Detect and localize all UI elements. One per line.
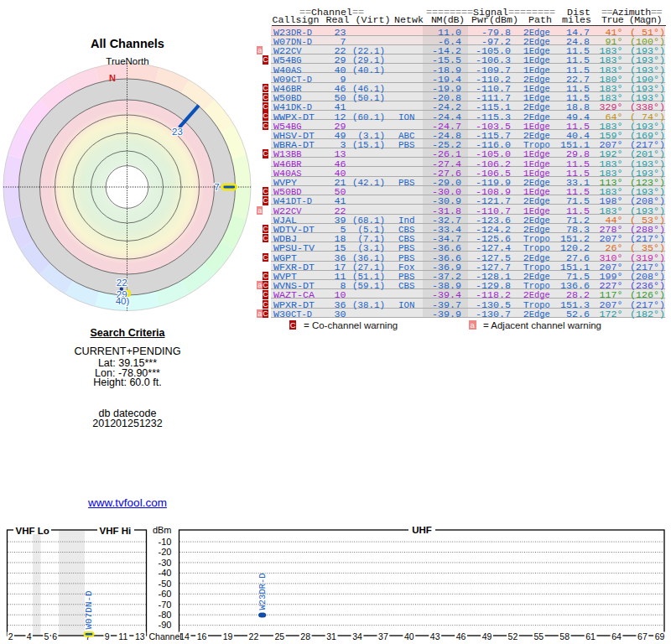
svg-text:40): 40) xyxy=(116,296,130,306)
svg-text:-30: -30 xyxy=(159,558,172,568)
svg-text:dBm: dBm xyxy=(153,525,172,535)
svg-text:25: 25 xyxy=(274,631,284,641)
svg-text:7: 7 xyxy=(214,182,219,192)
svg-text:28: 28 xyxy=(300,631,310,641)
svg-text:-50: -50 xyxy=(159,579,172,589)
svg-text:52: 52 xyxy=(508,631,518,641)
svg-text:43: 43 xyxy=(430,631,440,641)
svg-text:-80: -80 xyxy=(159,610,172,620)
svg-text:-90: -90 xyxy=(159,620,172,630)
svg-text:W07DN-D: W07DN-D xyxy=(84,590,94,630)
svg-text:4: 4 xyxy=(27,631,32,641)
svg-text:49: 49 xyxy=(482,631,492,641)
svg-text:-40: -40 xyxy=(159,568,172,578)
svg-text:2: 2 xyxy=(8,631,13,641)
svg-text:VHF Hi: VHF Hi xyxy=(100,526,132,536)
svg-text:11: 11 xyxy=(118,631,127,641)
svg-text:Channel: Channel xyxy=(149,631,182,641)
svg-text:23: 23 xyxy=(172,127,183,137)
svg-text:31: 31 xyxy=(326,631,336,641)
svg-text:37: 37 xyxy=(378,631,388,641)
svg-text:-10: -10 xyxy=(159,537,172,547)
svg-text:22: 22 xyxy=(249,631,259,641)
svg-text:58: 58 xyxy=(559,631,570,641)
svg-text:61: 61 xyxy=(585,631,596,641)
svg-text:13: 13 xyxy=(135,631,145,641)
svg-text:-60: -60 xyxy=(159,589,172,599)
svg-text:34: 34 xyxy=(352,631,362,641)
svg-text:N: N xyxy=(109,73,116,83)
svg-text:5: 5 xyxy=(44,631,49,641)
svg-text:55: 55 xyxy=(533,631,544,641)
svg-text:46: 46 xyxy=(456,631,466,641)
svg-text:9: 9 xyxy=(105,631,110,641)
svg-text:16: 16 xyxy=(197,631,207,641)
svg-text:19: 19 xyxy=(223,631,233,641)
svg-text:-20: -20 xyxy=(159,547,172,557)
svg-text:-70: -70 xyxy=(159,600,172,610)
svg-text:22: 22 xyxy=(117,278,127,288)
svg-text:40: 40 xyxy=(404,631,414,641)
svg-text:67: 67 xyxy=(637,631,648,641)
svg-text:6: 6 xyxy=(52,631,57,641)
svg-text:VHF Lo: VHF Lo xyxy=(16,526,49,536)
svg-text:64: 64 xyxy=(611,631,622,641)
svg-text:W23DR-D: W23DR-D xyxy=(257,573,268,610)
svg-text:69: 69 xyxy=(655,631,665,641)
svg-text:UHF: UHF xyxy=(412,525,432,535)
